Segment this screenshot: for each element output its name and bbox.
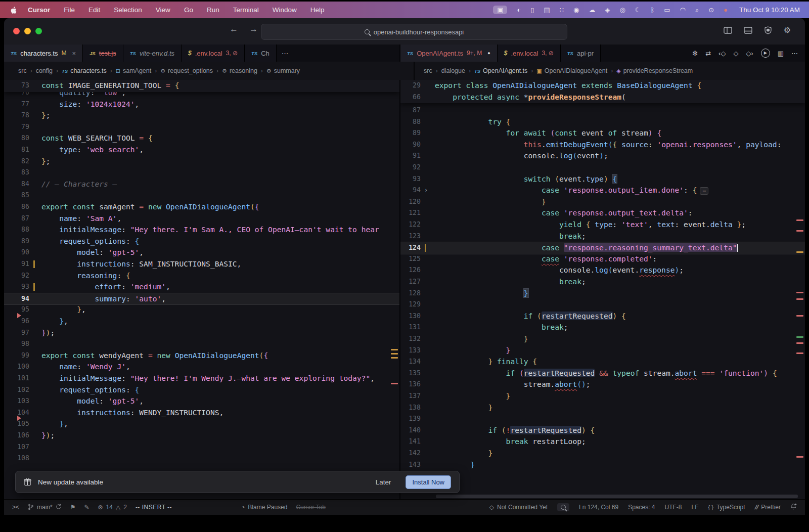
line-number[interactable]: 142 [400, 448, 421, 459]
tab-api-pr[interactable]: TSapi-pr [561, 45, 601, 62]
code-line[interactable]: 130 if (restartRequested) { [400, 311, 805, 322]
run-icon[interactable]: ▶ [761, 49, 770, 58]
line-number[interactable]: 105 [4, 418, 29, 430]
cloud-icon[interactable]: ☁ [589, 7, 595, 13]
focus-moon-icon[interactable]: ☾ [635, 7, 641, 13]
code-line[interactable]: 120 } [400, 196, 805, 208]
line-number[interactable]: 91 [4, 258, 29, 270]
language-mode[interactable]: { }TypeScript [708, 504, 745, 511]
code-line[interactable]: 123 break; [400, 231, 805, 242]
code-line[interactable]: 139 [400, 413, 805, 425]
line-number[interactable]: 135 [400, 368, 421, 379]
code-line[interactable]: 102 request_options: { [4, 384, 399, 396]
code-line[interactable]: 144 } [400, 470, 805, 482]
code-line[interactable]: 105 }, [4, 418, 399, 430]
code-line[interactable]: 78}; [4, 110, 399, 121]
user-switch-icon[interactable]: ⊙ [708, 7, 714, 13]
line-number[interactable]: 97 [4, 327, 29, 339]
line-number[interactable]: 94 [400, 185, 421, 196]
code-line[interactable]: 135 if (restartRequested && typeof strea… [400, 368, 805, 379]
pencil-item[interactable]: ✎ [84, 504, 89, 510]
nav-forward-diamond-icon[interactable]: ◇› [746, 50, 753, 57]
openai-logo-icon[interactable]: ✻ [692, 50, 698, 57]
breadcrumb-item-openaiagent-ts[interactable]: TSOpenAIAgent.ts [474, 67, 527, 74]
line-number[interactable]: 92 [4, 270, 29, 282]
menu-item-run[interactable]: Run [207, 6, 219, 14]
nav-back-diamond-icon[interactable]: ‹◇ [718, 50, 726, 57]
code-line[interactable]: 90 model: 'gpt-5', [4, 247, 399, 258]
line-number[interactable]: 101 [4, 373, 29, 384]
line-number[interactable]: 84 [4, 179, 29, 190]
code-line[interactable]: 96 }, [4, 316, 399, 327]
git-commit-status[interactable]: ◇Not Committed Yet [489, 504, 548, 511]
line-number[interactable]: 107 [4, 441, 29, 453]
code-line[interactable]: 82}; [4, 156, 399, 167]
code-line[interactable]: 80const WEB_SEARCH_TOOL = { [4, 132, 399, 144]
line-number[interactable]: 140 [400, 425, 421, 436]
settings-gear-icon[interactable]: ⚙ [784, 26, 791, 34]
tab-test-js[interactable]: JStest.js [83, 45, 123, 62]
code-line[interactable]: 97}); [4, 327, 399, 339]
code-line[interactable]: 81 type: 'web_search', [4, 144, 399, 156]
line-number[interactable]: 85 [4, 190, 29, 201]
line-number[interactable]: 29 [400, 80, 421, 92]
line-number[interactable]: 132 [400, 333, 421, 345]
code-line[interactable]: 145} [400, 482, 805, 494]
code-line[interactable]: 90 this.emitDebugEvent({ source: 'openai… [400, 139, 805, 151]
vim-mode[interactable]: -- INSERT -- [136, 504, 172, 511]
line-number[interactable]: 73 [4, 80, 29, 92]
indentation[interactable]: Spaces: 4 [628, 504, 655, 511]
line-number[interactable]: 131 [400, 322, 421, 333]
code-line[interactable]: 73const IMAGE_GENERATION_TOOL = { [4, 80, 399, 92]
zoom-tool[interactable] [557, 503, 569, 511]
menu-item-help[interactable]: Help [310, 6, 325, 14]
layout-columns-icon[interactable] [724, 27, 732, 34]
menu-item-go[interactable]: Go [184, 6, 193, 14]
git-branch[interactable]: main* [28, 504, 62, 511]
menu-item-file[interactable]: File [64, 6, 75, 14]
code-line[interactable]: 129 [400, 299, 805, 311]
encoding[interactable]: UTF-8 [665, 504, 682, 511]
line-number[interactable]: 66 [400, 92, 421, 103]
location-icon[interactable]: ◉ [573, 7, 579, 13]
flag-item[interactable]: ⚑ [70, 504, 76, 510]
line-number[interactable]: 134 [400, 356, 421, 368]
search-icon[interactable]: ⌕ [695, 7, 699, 13]
line-number[interactable]: 94 [4, 293, 29, 305]
menu-item-terminal[interactable]: Terminal [233, 6, 259, 14]
blame-status[interactable]: ◔Blame Paused [241, 504, 287, 511]
formatter[interactable]: //Prettier [755, 504, 781, 511]
command-search-input[interactable]: openai-buildhour-responsesapi [261, 24, 567, 40]
code-line[interactable]: 77 size: '1024x1024', [4, 99, 399, 110]
line-number[interactable]: 103 [4, 395, 29, 407]
split-editor-icon[interactable]: ▥ [778, 50, 784, 57]
code-line[interactable]: 108 [4, 453, 399, 464]
horizontal-scrollbar[interactable] [436, 495, 798, 498]
camera-icon[interactable]: ◐ [517, 7, 521, 13]
later-button[interactable]: Later [376, 478, 391, 486]
code-line[interactable]: 140 if (!restartRequested) { [400, 425, 805, 436]
code-line[interactable]: 84// — Characters — [4, 179, 399, 190]
line-number[interactable]: 102 [4, 384, 29, 396]
menu-item-selection[interactable]: Selection [114, 6, 142, 14]
shield-cube-icon[interactable] [764, 26, 772, 34]
code-line[interactable]: 125 case 'response.completed': [400, 253, 805, 265]
line-number[interactable]: 129 [400, 299, 421, 311]
more-actions-icon[interactable]: ⋯ [791, 50, 798, 57]
code-line[interactable]: 29export class OpenAIDialogueAgent exten… [400, 80, 805, 92]
line-number[interactable]: 121 [400, 207, 421, 219]
wifi-icon[interactable]: ◠ [680, 7, 686, 13]
breadcrumb-item-characters-ts[interactable]: TScharacters.ts [62, 67, 107, 74]
line-number[interactable]: 96 [4, 316, 29, 327]
nav-forward-button[interactable]: → [249, 24, 258, 34]
breadcrumb-item-summary[interactable]: ⚙summary [266, 67, 300, 74]
close-tab-icon[interactable]: × [72, 50, 76, 57]
editor-pane-right[interactable]: 8788 try {89 for await (const event of s… [400, 80, 805, 500]
code-line[interactable]: 89 request_options: { [4, 236, 399, 247]
line-number[interactable]: 108 [4, 453, 29, 464]
breadcrumb-item-request-options[interactable]: ⚙request_options [160, 67, 213, 74]
line-number[interactable]: 87 [4, 213, 29, 225]
line-number[interactable]: 106 [4, 430, 29, 441]
more-tabs-icon[interactable]: ⋯ [277, 45, 294, 62]
line-number[interactable]: 93 [4, 281, 29, 293]
